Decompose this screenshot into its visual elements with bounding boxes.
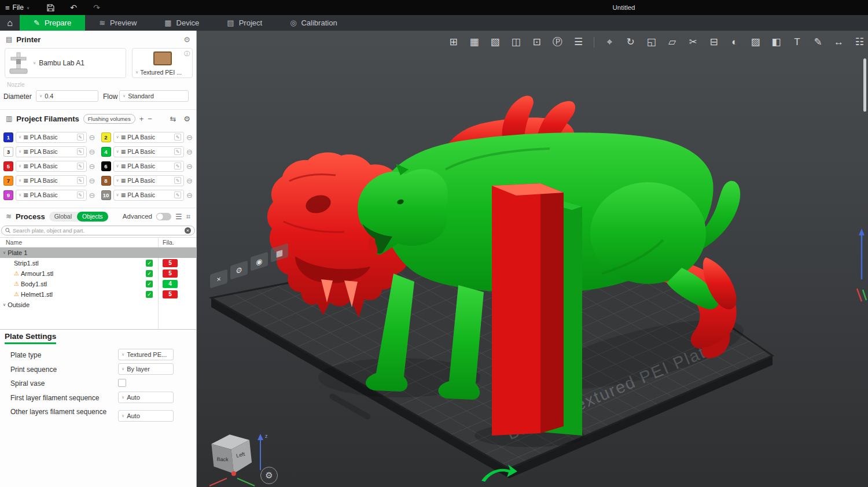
tab-project[interactable]: ▤ Project [213,15,276,31]
filament-edit-icon[interactable]: ✎ [77,148,84,155]
red-pillar-model[interactable] [492,183,564,436]
filament-assignment-badge[interactable]: 5 [163,259,178,267]
paste-icon[interactable]: Ⓟ [550,35,565,49]
search-input[interactable] [13,227,182,234]
plate-type-setting-select[interactable]: ∨ Textured PE... [118,349,174,360]
filament-type-select[interactable]: ∨ ▦ PLA Basic ✎ [16,175,87,186]
advanced-toggle[interactable] [156,213,171,220]
filament-remove-icon[interactable]: ⊖ [89,191,95,200]
filament-edit-icon[interactable]: ✎ [174,163,181,169]
filament-edit-icon[interactable]: ✎ [174,134,181,141]
flushing-volumes-button[interactable]: Flushing volumes [83,114,135,124]
tab-prepare[interactable]: ✎ Prepare [20,15,85,31]
other-layers-sequence-select[interactable]: ∨ Auto [118,410,174,422]
filament-type-select[interactable]: ∨ ▦ PLA Basic ✎ [113,175,185,186]
measure-icon[interactable]: ↔ [832,35,846,49]
chevron-down-icon[interactable]: ∨ [3,250,6,255]
filament-remove-icon[interactable]: ⊖ [186,133,193,142]
text-tool-icon[interactable]: T [790,35,804,49]
tree-row-plate-1[interactable]: ∨ Plate 1 [0,248,196,258]
scope-global-button[interactable]: Global [49,212,77,222]
align-icon[interactable]: ⊟ [707,35,721,49]
filament-remove-icon[interactable]: ⊖ [89,176,95,185]
filament-remove-icon[interactable]: ⊖ [89,147,95,156]
tab-device[interactable]: ▦ Device [150,15,213,31]
rotate-icon[interactable]: ↻ [623,35,638,49]
filament-color-chip[interactable]: 6 [101,161,111,171]
add-filament-button[interactable]: + [139,115,144,123]
copy-icon[interactable]: ⊡ [529,35,544,49]
navcube-back-label[interactable]: Back [216,456,229,463]
filament-settings-gear-icon[interactable]: ⚙ [183,115,190,123]
toolbar-scrollbar[interactable] [863,58,866,112]
spiral-vase-checkbox[interactable] [118,379,126,387]
scene-canvas[interactable]: Bambu Textured PEI Plate [197,31,868,487]
filament-type-select[interactable]: ∨ ▦ PLA Basic ✎ [16,132,87,143]
object-visible-checkbox[interactable]: ✓ [146,281,153,287]
first-layer-sequence-select[interactable]: ∨ Auto [118,392,174,403]
filament-color-chip[interactable]: 4 [101,147,111,157]
save-button[interactable] [43,4,58,12]
tree-row-strip1[interactable]: Strip1.stl ✓ 5 [0,258,196,268]
column-header-fila[interactable]: Fila. [158,239,196,246]
filament-assignment-badge[interactable]: 4 [163,280,178,288]
flatten-icon[interactable]: ▱ [665,35,679,49]
tab-preview[interactable]: ≋ Preview [85,15,150,31]
filament-edit-icon[interactable]: ✎ [174,177,181,184]
clear-search-icon[interactable]: ✕ [185,227,191,234]
filament-remove-icon[interactable]: ⊖ [186,147,193,156]
filament-assignment-badge[interactable]: 5 [163,270,178,278]
filament-remove-icon[interactable]: ⊖ [89,133,95,142]
scale-icon[interactable]: ◱ [644,35,659,49]
print-sequence-select[interactable]: ∨ By layer [118,363,174,375]
filament-edit-icon[interactable]: ✎ [77,163,84,169]
chevron-down-icon[interactable]: ∨ [3,302,6,307]
tree-row-helmet1[interactable]: ⚠ Helmet1.stl ✓ 5 [0,289,196,300]
object-visible-checkbox[interactable]: ✓ [146,260,153,267]
filament-remove-icon[interactable]: ⊖ [186,176,193,185]
color-paint-icon[interactable]: ◧ [769,35,784,49]
filament-color-chip[interactable]: 3 [3,147,13,157]
process-list-icon[interactable]: ☰ [175,213,182,220]
object-visible-checkbox[interactable]: ✓ [146,270,153,277]
info-icon[interactable]: ⓘ [184,50,190,58]
filament-type-select[interactable]: ∨ ▦ PLA Basic ✎ [113,161,185,172]
file-menu[interactable]: ≡ File ∨ [0,3,35,12]
viewport-3d[interactable]: Bambu Textured PEI Plate [197,31,868,487]
support-paint-icon[interactable]: ▨ [748,35,763,49]
filament-type-select[interactable]: ∨ ▦ PLA Basic ✎ [16,161,87,172]
object-visible-checkbox[interactable]: ✓ [146,291,153,298]
undo-button[interactable]: ↶ [66,3,81,12]
printer-settings-gear-icon[interactable]: ⚙ [183,35,190,44]
filament-edit-icon[interactable]: ✎ [77,134,84,141]
filament-remove-icon[interactable]: ⊖ [89,162,95,171]
move-icon[interactable]: ⌖ [602,35,617,49]
auto-orient-icon[interactable]: ▧ [488,35,502,49]
filament-color-chip[interactable]: 7 [3,176,13,186]
ground-arrow-icon[interactable] [478,463,518,486]
mesh-boolean-icon[interactable]: ◐ [727,35,742,49]
plate-type-selector[interactable]: ⓘ ∨ Textured PEI ... [132,48,193,78]
diameter-select[interactable]: ∨ 0.4 [36,90,98,102]
camera-settings-button[interactable]: ⚙ [260,467,278,484]
home-button[interactable]: ⌂ [0,15,20,31]
cut-icon[interactable]: ✂ [686,35,700,49]
filament-edit-icon[interactable]: ✎ [174,191,181,198]
filament-edit-icon[interactable]: ✎ [77,177,84,184]
split-to-plates-icon[interactable]: ◫ [509,35,523,49]
filament-remove-icon[interactable]: ⊖ [186,191,193,200]
filament-edit-icon[interactable]: ✎ [77,191,84,198]
column-header-name[interactable]: Name [0,239,158,246]
search-box[interactable]: ✕ [1,226,195,235]
tree-row-armour1[interactable]: ⚠ Armour1.stl ✓ 5 [0,268,196,279]
filament-type-select[interactable]: ∨ ▦ PLA Basic ✎ [16,146,87,157]
seam-tool-icon[interactable]: ✎ [811,35,825,49]
filament-color-chip[interactable]: 5 [3,161,13,171]
filament-color-chip[interactable]: 2 [101,132,111,142]
tree-row-body1[interactable]: ⚠ Body1.stl ✓ 4 [0,279,196,289]
process-tune-icon[interactable]: ⌗ [186,213,190,220]
flow-select[interactable]: ∨ Standard [119,90,189,102]
tree-row-outside[interactable]: ∨ Outside [0,300,196,310]
scope-objects-button[interactable]: Objects [77,212,108,222]
arrange-all-icon[interactable]: ▦ [467,35,481,49]
